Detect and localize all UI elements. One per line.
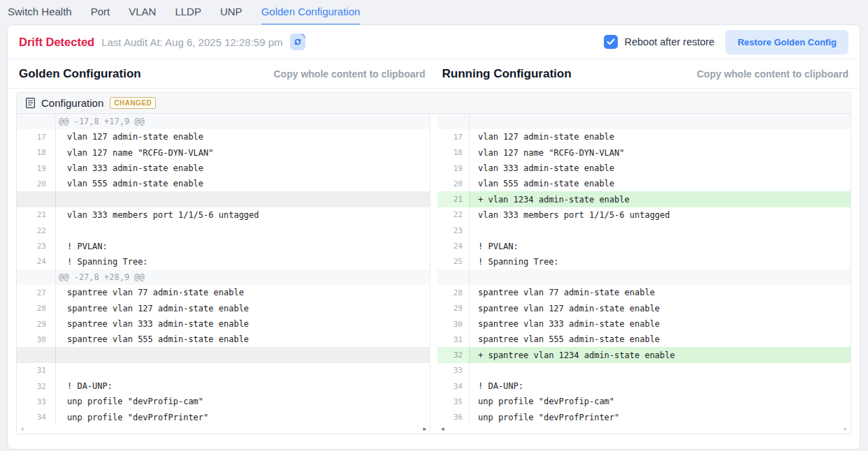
diff-row-added: 21+ vlan 1234 admin-state enable bbox=[437, 191, 851, 207]
scroll-right-arrow-icon[interactable]: ▸ bbox=[844, 426, 847, 432]
diff-row-code: 17vlan 127 admin-state enable bbox=[437, 129, 851, 145]
reboot-after-restore-checkbox[interactable] bbox=[604, 35, 618, 49]
line-number: 22 bbox=[437, 207, 470, 223]
code-line: unp profile "devProfip-cam" bbox=[470, 397, 851, 406]
code-line: spantree vlan 555 admin-state enable bbox=[56, 334, 430, 344]
line-number: 30 bbox=[437, 316, 470, 332]
diff-row-code: 31spantree vlan 555 admin-state enable bbox=[437, 332, 851, 347]
tab-bar: Switch HealthPortVLANLLDPUNPGolden Confi… bbox=[0, 0, 868, 25]
running-pane-horizontal-scrollbar[interactable]: ◂ ▸ bbox=[437, 425, 851, 434]
line-number bbox=[17, 114, 56, 129]
line-number: 34 bbox=[437, 378, 470, 394]
tab-vlan[interactable]: VLAN bbox=[129, 6, 156, 25]
tab-lldp[interactable]: LLDP bbox=[175, 6, 201, 25]
line-number: 28 bbox=[437, 285, 470, 300]
line-number: 23 bbox=[437, 223, 470, 238]
line-number: 31 bbox=[437, 332, 470, 347]
restore-golden-config-button[interactable]: Restore Golden Config bbox=[725, 30, 848, 54]
diff-row-code: 31 bbox=[17, 363, 430, 378]
diff-row-code: 20vlan 555 admin-state enable bbox=[437, 176, 851, 191]
golden-configuration-title: Golden Configuration bbox=[19, 67, 141, 81]
line-number: 28 bbox=[17, 301, 56, 316]
line-number: 19 bbox=[437, 161, 470, 176]
line-number: 24 bbox=[17, 254, 56, 269]
diff-row-code: 36unp profile "devProfPrinter" bbox=[437, 410, 851, 425]
diff-row-code: 33 bbox=[437, 363, 851, 378]
diff-row-code: 19vlan 333 admin-state enable bbox=[17, 161, 430, 176]
line-number: 18 bbox=[437, 145, 470, 161]
line-number bbox=[17, 347, 56, 362]
diff-row-added: 32+ spantree vlan 1234 admin-state enabl… bbox=[437, 347, 851, 362]
changed-status-badge: CHANGED bbox=[110, 97, 156, 109]
copy-running-config-link[interactable]: Copy whole content to clipboard bbox=[697, 68, 848, 80]
tab-unp[interactable]: UNP bbox=[220, 6, 243, 25]
code-line: spantree vlan 127 admin-state enable bbox=[56, 304, 430, 313]
code-line: vlan 333 admin-state enable bbox=[56, 163, 430, 173]
diff-row-code: 30spantree vlan 555 admin-state enable bbox=[17, 332, 430, 347]
golden-config-diff-pane: @@ -17,8 +17,9 @@17vlan 127 admin-state … bbox=[17, 114, 431, 434]
code-line: vlan 127 admin-state enable bbox=[56, 132, 430, 142]
diff-row-code: 28spantree vlan 127 admin-state enable bbox=[17, 301, 430, 316]
tab-golden-configuration[interactable]: Golden Configuration bbox=[261, 6, 361, 25]
tab-switch-health[interactable]: Switch Health bbox=[8, 6, 72, 25]
tab-port[interactable]: Port bbox=[91, 6, 110, 25]
sync-arrows-icon bbox=[294, 38, 302, 46]
running-configuration-title: Running Configuration bbox=[442, 67, 572, 81]
diff-row-hunkpad bbox=[437, 114, 851, 129]
code-line: spantree vlan 555 admin-state enable bbox=[470, 334, 851, 344]
code-line: vlan 555 admin-state enable bbox=[56, 179, 430, 188]
scroll-left-arrow-icon[interactable]: ◂ bbox=[20, 426, 24, 432]
scroll-right-arrow-icon[interactable]: ▸ bbox=[423, 426, 426, 432]
code-line: vlan 333 members port 1/1/5-6 untagged bbox=[56, 210, 430, 220]
diff-row-code: 29spantree vlan 333 admin-state enable bbox=[17, 316, 430, 332]
line-number: 18 bbox=[17, 145, 56, 161]
configuration-file-title: Configuration bbox=[41, 97, 103, 109]
code-line: ! PVLAN: bbox=[470, 242, 851, 251]
scroll-left-arrow-icon[interactable]: ◂ bbox=[441, 426, 444, 432]
running-config-diff-pane: 17vlan 127 admin-state enable18vlan 127 … bbox=[437, 114, 851, 434]
line-number: 29 bbox=[17, 316, 56, 332]
line-number: 25 bbox=[437, 254, 470, 269]
diff-row-empty bbox=[17, 347, 430, 362]
line-number: 33 bbox=[437, 363, 470, 378]
diff-row-hunk: @@ -17,8 +17,9 @@ bbox=[17, 114, 430, 129]
diff-row-code: 25! Spanning Tree: bbox=[437, 254, 851, 269]
code-line: spantree vlan 333 admin-state enable bbox=[56, 319, 430, 329]
code-line: ! DA-UNP: bbox=[470, 381, 851, 391]
diff-row-code: 35unp profile "devProfip-cam" bbox=[437, 394, 851, 409]
line-number: 32 bbox=[17, 378, 56, 394]
diff-row-hunkpad bbox=[437, 269, 851, 285]
diff-row-hunk: @@ -27,8 +28,9 @@ bbox=[17, 269, 430, 285]
code-line: spantree vlan 127 admin-state enable bbox=[470, 304, 851, 313]
last-audit-timestamp: Last Audit At: Aug 6, 2025 12:28:59 pm bbox=[101, 36, 282, 48]
line-number: 20 bbox=[437, 176, 470, 191]
code-line: @@ -17,8 +17,9 @@ bbox=[56, 117, 430, 126]
code-line: vlan 555 admin-state enable bbox=[470, 179, 851, 188]
line-number: 29 bbox=[437, 301, 470, 316]
code-line: vlan 127 admin-state enable bbox=[470, 132, 851, 142]
line-number bbox=[17, 269, 56, 285]
code-line: unp profile "devProfip-cam" bbox=[56, 397, 430, 406]
golden-pane-horizontal-scrollbar[interactable]: ◂ ▸ bbox=[17, 425, 430, 434]
diff-row-code: 33unp profile "devProfip-cam" bbox=[17, 394, 430, 409]
line-number: 34 bbox=[17, 410, 56, 425]
configuration-file-bar: Configuration CHANGED bbox=[17, 93, 851, 114]
audit-refresh-icon[interactable] bbox=[290, 34, 305, 50]
diff-row-code: 22 bbox=[17, 223, 430, 238]
line-number: 21 bbox=[437, 191, 470, 207]
code-line: spantree vlan 333 admin-state enable bbox=[470, 319, 851, 329]
copy-golden-config-link[interactable]: Copy whole content to clipboard bbox=[274, 68, 426, 80]
line-number: 20 bbox=[17, 176, 56, 191]
diff-row-code: 24! PVLAN: bbox=[437, 238, 851, 253]
line-number bbox=[437, 269, 470, 285]
golden-config-panel: Drift Detected Last Audit At: Aug 6, 202… bbox=[7, 24, 860, 450]
code-line: vlan 127 name "RCFG-DYN-VLAN" bbox=[470, 148, 851, 158]
diff-row-code: 22vlan 333 members port 1/1/5-6 untagged bbox=[437, 207, 851, 223]
diff-row-code: 19vlan 333 admin-state enable bbox=[437, 161, 851, 176]
diff-row-code: 34! DA-UNP: bbox=[437, 378, 851, 394]
document-icon bbox=[26, 98, 35, 108]
line-number: 24 bbox=[437, 238, 470, 253]
code-line: @@ -27,8 +28,9 @@ bbox=[56, 272, 430, 282]
code-line: ! Spanning Tree: bbox=[470, 257, 851, 267]
drift-header: Drift Detected Last Audit At: Aug 6, 202… bbox=[8, 25, 860, 59]
